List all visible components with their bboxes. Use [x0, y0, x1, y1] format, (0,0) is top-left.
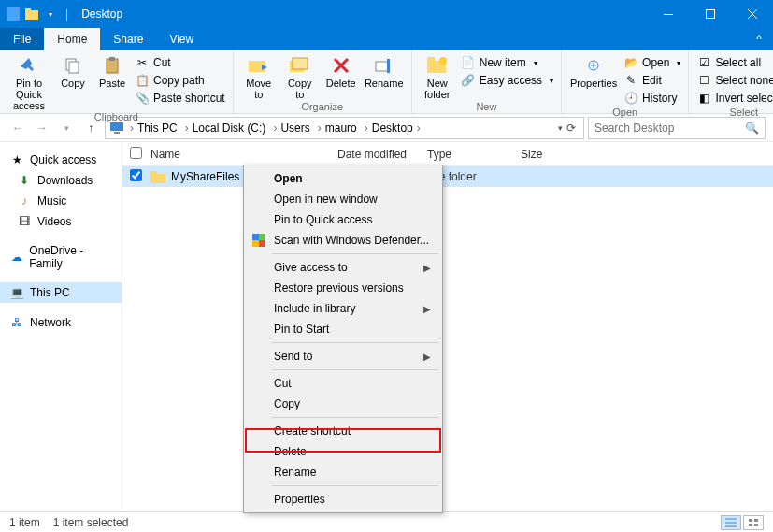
properties-button[interactable]: Properties: [567, 52, 620, 89]
select-all-button[interactable]: ☑Select all: [694, 54, 773, 71]
nav-recent-button[interactable]: ▾: [56, 118, 77, 138]
tab-share[interactable]: Share: [100, 28, 156, 50]
ribbon-group-clipboard: Pin to Quick access Copy Paste ✂Cut 📋Cop…: [0, 50, 234, 113]
ribbon-help-button[interactable]: ^: [745, 28, 773, 50]
maximize-button[interactable]: [689, 0, 731, 28]
pin-to-quick-access-button[interactable]: Pin to Quick access: [6, 52, 52, 111]
cut-icon: ✂: [135, 55, 150, 70]
select-none-button[interactable]: ☐Select none: [694, 72, 773, 89]
invert-selection-button[interactable]: ◧Invert selection: [694, 90, 773, 107]
tab-view[interactable]: View: [156, 28, 207, 50]
sidebar-item-quickaccess[interactable]: ★Quick access: [0, 150, 122, 170]
crumb-mauro[interactable]: mauro: [325, 122, 357, 135]
svg-rect-0: [7, 7, 20, 21]
new-item-button[interactable]: 📄New item▾: [459, 54, 555, 71]
ctx-open-new-window[interactable]: Open in new window: [246, 189, 440, 209]
svg-rect-13: [293, 58, 308, 69]
shield-icon: [251, 233, 266, 248]
status-bar: 1 item 1 item selected: [0, 511, 773, 532]
view-details-button[interactable]: [721, 515, 741, 530]
edit-button[interactable]: ✎Edit: [622, 72, 682, 89]
sidebar-item-music[interactable]: ♪Music: [0, 191, 122, 211]
tab-file[interactable]: File: [0, 28, 44, 50]
network-icon: 🖧: [9, 315, 24, 330]
svg-point-20: [439, 57, 447, 65]
ctx-create-shortcut[interactable]: Create shortcut: [246, 421, 440, 441]
ctx-cut[interactable]: Cut: [246, 373, 440, 394]
move-to-button[interactable]: Move to: [239, 52, 279, 100]
new-folder-button[interactable]: New folder: [418, 52, 457, 100]
rename-button[interactable]: Rename: [363, 52, 406, 89]
minimize-button[interactable]: [647, 0, 689, 28]
ctx-separator: [272, 485, 438, 486]
svg-rect-34: [754, 519, 758, 522]
ctx-open[interactable]: Open: [246, 168, 440, 189]
ctx-delete[interactable]: Delete: [246, 441, 440, 462]
search-input[interactable]: [594, 122, 745, 135]
svg-rect-24: [150, 174, 165, 183]
status-selected-count: 1 item selected: [53, 516, 129, 529]
ctx-copy[interactable]: Copy: [246, 394, 440, 414]
search-box[interactable]: 🔍: [588, 117, 766, 139]
select-all-checkbox[interactable]: [130, 147, 142, 159]
newfolder-icon: [426, 54, 449, 77]
close-button[interactable]: [731, 0, 773, 28]
svg-rect-8: [69, 62, 79, 73]
delete-button[interactable]: Delete: [322, 52, 361, 89]
cut-button[interactable]: ✂Cut: [133, 54, 227, 71]
context-menu: Open Open in new window Pin to Quick acc…: [243, 165, 443, 513]
paste-button[interactable]: Paste: [93, 52, 131, 89]
open-button[interactable]: 📂Open▾: [622, 54, 682, 71]
col-size[interactable]: Size: [521, 148, 577, 161]
qat-dropdown-icon[interactable]: ▾: [43, 7, 58, 22]
crumb-thispc[interactable]: This PC: [137, 122, 178, 135]
sidebar-item-thispc[interactable]: 💻This PC: [0, 282, 122, 303]
copy-path-button[interactable]: 📋Copy path: [133, 72, 227, 89]
easy-access-button[interactable]: 🔗Easy access▾: [459, 72, 555, 89]
ctx-rename[interactable]: Rename: [246, 462, 440, 482]
pin-icon: [18, 54, 40, 77]
ctx-separator: [272, 417, 438, 418]
copy-to-button[interactable]: Copy to: [280, 52, 320, 100]
crumb-users[interactable]: Users: [280, 122, 309, 135]
ctx-pin-quick-access[interactable]: Pin to Quick access: [246, 209, 440, 230]
copy-icon: [62, 54, 84, 77]
ctx-send-to[interactable]: Send to▶: [246, 346, 440, 367]
breadcrumb[interactable]: ›This PC ›Local Disk (C:) ›Users ›mauro …: [105, 117, 584, 139]
titlebar: ▾ | Desktop: [0, 0, 773, 28]
col-type[interactable]: Type: [427, 148, 521, 161]
paste-shortcut-button[interactable]: 📎Paste shortcut: [133, 90, 227, 107]
qat-newfolder-icon[interactable]: [24, 7, 39, 22]
ctx-properties[interactable]: Properties: [246, 489, 440, 510]
copy-button[interactable]: Copy: [54, 52, 92, 89]
moveto-icon: [248, 54, 270, 77]
ctx-separator: [272, 253, 438, 254]
chevron-right-icon: ▶: [423, 304, 431, 314]
nav-forward-button[interactable]: →: [32, 118, 52, 138]
ctx-restore-versions[interactable]: Restore previous versions: [246, 278, 440, 298]
svg-rect-25: [150, 171, 157, 175]
crumb-localdisk[interactable]: Local Disk (C:): [193, 122, 266, 135]
col-date[interactable]: Date modified: [337, 148, 427, 161]
refresh-button[interactable]: ▾ ⟳: [554, 122, 580, 135]
tab-home[interactable]: Home: [44, 28, 100, 50]
svg-rect-35: [749, 524, 752, 526]
sidebar-item-videos[interactable]: 🎞Videos: [0, 211, 122, 232]
nav-back-button[interactable]: ←: [7, 118, 28, 138]
file-row-mysharefiles[interactable]: MyShareFiles File folder: [122, 166, 773, 187]
col-name[interactable]: Name: [150, 148, 337, 161]
ctx-pin-start[interactable]: Pin to Start: [246, 319, 440, 339]
history-button[interactable]: 🕘History: [622, 90, 682, 107]
copyto-icon: [289, 54, 311, 77]
sidebar-item-downloads[interactable]: ⬇Downloads: [0, 170, 122, 191]
ctx-scan-defender[interactable]: Scan with Windows Defender...: [246, 230, 440, 251]
ctx-include-library[interactable]: Include in library▶: [246, 298, 440, 319]
view-icons-button[interactable]: [743, 515, 764, 530]
crumb-desktop[interactable]: Desktop: [372, 122, 413, 135]
row-checkbox[interactable]: [130, 169, 142, 181]
sidebar-item-network[interactable]: 🖧Network: [0, 312, 122, 333]
svg-rect-36: [754, 524, 758, 526]
ctx-give-access[interactable]: Give access to▶: [246, 257, 440, 278]
sidebar-item-onedrive[interactable]: ☁OneDrive - Family: [0, 241, 122, 273]
ribbon: Pin to Quick access Copy Paste ✂Cut 📋Cop…: [0, 50, 773, 114]
